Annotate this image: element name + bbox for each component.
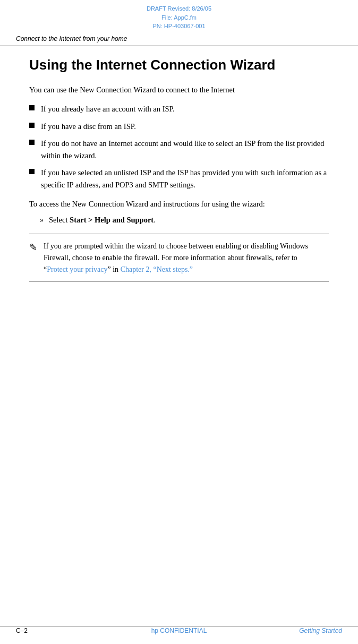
arrow-icon: » <box>40 214 44 226</box>
header-line1: DRAFT Revised: 8/26/05 <box>0 4 358 13</box>
list-item: If you do not have an Internet account a… <box>29 138 329 161</box>
note-text-middle: ” in <box>108 265 121 273</box>
note-box: ✎ If you are prompted within the wizard … <box>29 234 329 282</box>
note-link-chapter[interactable]: Chapter 2, “Next steps.” <box>121 265 193 273</box>
list-item: If you already have an account with an I… <box>29 103 329 115</box>
footer-page-number: C–2 <box>16 627 28 634</box>
footer-confidential: hp CONFIDENTIAL <box>151 627 207 634</box>
bullet-square-icon <box>29 105 35 110</box>
bullet-square-icon <box>29 140 35 145</box>
list-item: If you have a disc from an ISP. <box>29 121 329 132</box>
list-item: If you have selected an unlisted ISP and… <box>29 167 329 191</box>
list-item-text: If you have selected an unlisted ISP and… <box>41 167 329 191</box>
note-content: If you are prompted within the wizard to… <box>44 241 320 275</box>
main-content: Using the Internet Connection Wizard You… <box>0 46 358 314</box>
arrow-step: » Select Start > Help and Support. <box>40 214 329 226</box>
breadcrumb-text: Connect to the Internet from your home <box>16 35 127 42</box>
bullet-list: If you already have an account with an I… <box>29 103 329 191</box>
list-item-text: If you have a disc from an ISP. <box>41 121 136 132</box>
intro-paragraph: You can use the New Connection Wizard to… <box>29 84 329 96</box>
list-item-text: If you already have an account with an I… <box>41 103 175 115</box>
header-line2: File: AppC.fm <box>0 13 358 22</box>
arrow-text-bold: Start > Help and Support <box>70 216 154 224</box>
page-title: Using the Internet Connection Wizard <box>29 57 329 73</box>
bullet-square-icon <box>29 169 35 174</box>
arrow-text-end: . <box>154 216 156 224</box>
step-intro: To access the New Connection Wizard and … <box>29 198 329 210</box>
arrow-step-text: Select Start > Help and Support. <box>49 214 156 226</box>
page-header: DRAFT Revised: 8/26/05 File: AppC.fm PN:… <box>0 0 358 33</box>
note-link-protect[interactable]: Protect your privacy <box>47 265 107 273</box>
bullet-square-icon <box>29 123 35 128</box>
page-wrapper: DRAFT Revised: 8/26/05 File: AppC.fm PN:… <box>0 0 358 644</box>
header-line3: PN: HP-403067-001 <box>0 22 358 31</box>
footer-chapter-title: Getting Started <box>299 627 342 634</box>
breadcrumb: Connect to the Internet from your home <box>0 33 358 46</box>
list-item-text: If you do not have an Internet account a… <box>41 138 329 161</box>
note-pencil-icon: ✎ <box>29 242 37 253</box>
arrow-text-before: Select <box>49 216 70 224</box>
